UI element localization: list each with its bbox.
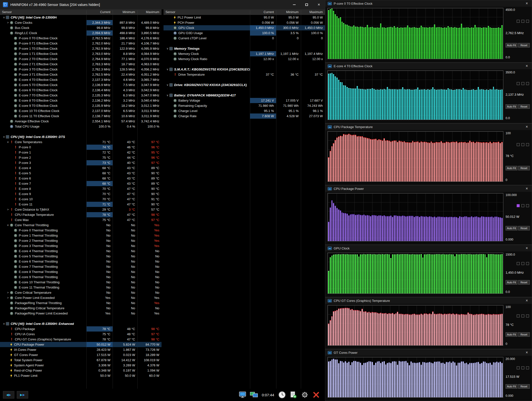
sensor-row[interactable]: !P-core 275 °C44 °C96 °C [0,155,162,160]
sensor-row[interactable]: P-core 2 T0 Effective Clock2,764.9 MHz77… [0,56,162,62]
sensor-row[interactable]: !CPU GT Cores (Graphics) Temperature78 °… [0,337,162,342]
sensor-group-row[interactable]: ∨Battery: DYNAPACK HB6683Q2EEW-41T [164,93,325,98]
minimize-button[interactable] [288,0,300,9]
sensor-row[interactable]: E-core 10 T0 Effective Clock2,137.0 MHz6… [0,108,162,113]
close-icon[interactable]: × [524,350,529,355]
nav-forward-all-button[interactable]: ▶▶ [17,391,28,399]
sensor-row[interactable]: !E-core 668 °C43 °C89 °C [0,176,162,181]
sensor-row[interactable]: !E-core 768 °C43 °C89 °C [0,181,162,186]
sensor-group-row[interactable]: ∨CPU [#0]: Intel Core i5-13500H: DTS [0,134,162,139]
sensor-group-row[interactable]: ∨S.M.A.R.T.: KBG50ZNV1T02 KIOXIA (234C82… [164,67,325,72]
auto-fit-button[interactable]: Auto Fit [506,332,517,337]
expand-arrow[interactable]: ∨ [165,46,169,51]
close-icon[interactable]: × [524,64,529,68]
sensor-row[interactable]: E-core 9 Thermal ThrottlingNoNoNo [0,274,162,280]
sensor-row[interactable]: E-core 7 Thermal ThrottlingNoNoNo [0,264,162,269]
sensor-row[interactable]: E-core 5 T0 Effective Clock2,136.9 MHz7.… [0,82,162,88]
graph-option-checkbox[interactable] [526,314,529,317]
nav-back-forward-button[interactable]: ◀▶ [3,391,14,399]
graph-option-checkbox[interactable] [517,20,520,23]
sensor-row[interactable]: Average Effective Clock2,554.1 MHz57.4 M… [0,119,162,124]
sensor-row[interactable]: GPU Clock1,450.0 MHz300.0 MHz1,450.0 MHz [164,25,325,30]
sensor-row[interactable]: E-core 11 T0 Effective Clock2,138.7 MHz1… [0,113,162,119]
expand-arrow[interactable]: ∨ [6,139,10,145]
expand-arrow[interactable]: > [6,295,10,300]
column-header-maximum[interactable]: Maximum [137,10,162,14]
sensor-row[interactable]: PL2 Power Limit95.0 W95.0 W95.0 W [164,15,325,20]
sensor-group-row[interactable]: ∨CPU [#0]: Intel Core i5-13500H [0,15,162,20]
sensor-row[interactable]: >Core Power Limit ExceededYesNoYes [0,295,162,300]
sensor-row[interactable]: Battery Voltage17.241 V17.005 V17.687 V [164,98,325,103]
sensor-row[interactable]: !E-core 1171 °C47 °C90 °C [0,202,162,207]
sensor-row[interactable]: P-core 1 Thermal ThrottlingNoNoYes [0,233,162,238]
graph-option-checkbox[interactable] [517,314,520,317]
graph-option-checkbox[interactable] [521,20,524,23]
sensor-row[interactable]: E-core 4 Thermal ThrottlingNoNoNo [0,248,162,254]
expand-arrow[interactable]: ∨ [165,93,169,98]
sensor-row[interactable]: Memory Clock Ratio12.00 x12.00 x12.00 x [164,56,325,62]
column-header-current[interactable]: Current [86,10,113,14]
sensor-row[interactable]: Rest-of-Chip Power0.348 W0.197 W1.094 W [0,368,162,373]
auto-fit-button[interactable]: Auto Fit [506,226,517,230]
exit-icon[interactable] [312,390,321,399]
reset-button[interactable]: Reset [518,332,530,337]
sensor-row[interactable]: P-core 2 T1 Effective Clock2,763.3 MHz18… [0,62,162,67]
auto-fit-button[interactable]: Auto Fit [506,166,517,170]
sensor-row[interactable]: E-core 7 T0 Effective Clock2,135.3 MHz6.… [0,93,162,98]
graph-option-checkbox[interactable] [517,143,520,146]
graph-option-checkbox[interactable] [526,20,529,23]
sensor-row[interactable]: E-core 8 T0 Effective Clock2,136.2 MHz3.… [0,98,162,103]
sensor-row[interactable]: !E-core 970 °C47 °C90 °C [0,191,162,197]
graph-option-checkbox[interactable] [517,82,520,85]
sensor-row[interactable]: Total CPU Usage100.0 %0.4 %100.0 % [0,124,162,129]
graph-option-checkbox[interactable] [521,82,524,85]
column-header-sensor[interactable]: Sensor [0,10,86,14]
sensor-row[interactable]: Current cTDP Level000 [164,36,325,41]
sensor-row[interactable]: GT Cores Power17.515 W0.023 W18.289 W [0,352,162,357]
sensor-row[interactable]: !E-core 568 °C43 °C90 °C [0,171,162,176]
sensor-row[interactable]: >!Core Distance to TjMAX29 °C3 °C57 °C [0,207,162,212]
settings-gear-icon[interactable] [300,390,309,399]
expand-arrow[interactable]: > [6,207,10,212]
sensor-row[interactable]: !CPU IA Cores75 °C48 °C97 °C [0,332,162,337]
remote-monitors-icon[interactable] [249,390,258,399]
close-icon[interactable]: × [524,1,529,6]
expand-arrow[interactable]: ∨ [6,223,10,228]
graph-option-checkbox[interactable] [526,143,529,146]
sensor-row[interactable]: GPU D3D Usage100.0 %3.5 %100.0 % [164,30,325,36]
sensor-row[interactable]: E-core 9 T0 Effective Clock2,135.9 MHz18… [0,103,162,108]
expand-arrow[interactable]: ∨ [2,321,6,326]
column-header-current[interactable]: Current [250,10,276,14]
sensor-row[interactable]: P-core 3 T1 Effective Clock2,762.5 MHz22… [0,72,162,77]
reset-button[interactable]: Reset [518,166,530,170]
expand-arrow[interactable]: ∨ [165,82,169,88]
reset-button[interactable]: Reset [518,280,530,285]
sensor-row[interactable]: !Drive Temperature37 °C36 °C37 °C [164,72,325,77]
sensor-row[interactable]: P-core 2 Thermal ThrottlingNoNoYes [0,238,162,243]
graph-option-checkbox[interactable] [526,262,529,265]
expand-arrow[interactable]: ∨ [165,67,169,72]
sensor-row[interactable]: IA Cores Power28.423 W1.867 W73.726 W [0,347,162,352]
sensor-row[interactable]: P-core 0 Thermal ThrottlingNoNoYes [0,228,162,233]
sensor-row[interactable]: >Core Clocks2,344.3 MHz897.8 MHz4,489.0 … [0,20,162,25]
column-header-maximum[interactable]: Maximum [301,10,325,14]
sensor-group-row[interactable]: ∨Memory Timings [164,46,325,51]
sensor-row[interactable]: Total System Power67.878 W14.412 W108.01… [0,357,162,363]
report-icon[interactable] [289,390,298,399]
sensor-row[interactable]: System Agent Power3.306 W3.269 W4.376 W [0,363,162,368]
sensor-row[interactable]: !P-core 074 °C46 °C96 °C [0,145,162,150]
close-icon[interactable]: × [524,246,529,250]
sensor-row[interactable]: PL1 Power Limit50.0 W50.0 W60.0 W [0,373,162,378]
reset-button[interactable]: Reset [518,104,530,109]
column-header-minimum[interactable]: Minimum [276,10,301,14]
sensor-row[interactable]: Remaining Capacity71.980 Wh71.980 Wh74.2… [164,103,325,108]
graph-option-checkbox[interactable] [521,314,524,317]
sensor-row[interactable]: CPU Package Power50.012 W5.824 W84.770 W [0,342,162,347]
sensor-row[interactable]: Package/Ring Critical TemperatureNoNoNo [0,306,162,311]
maximize-button[interactable] [300,0,313,9]
sensor-row[interactable]: >Core Critical TemperatureNoNoNo [0,290,162,295]
sensor-row[interactable]: P-core 3 Thermal ThrottlingNoNoYes [0,243,162,248]
sensor-row[interactable]: P-core 1 T1 Effective Clock2,763.0 MHz8.… [0,51,162,56]
auto-fit-button[interactable]: Auto Fit [506,104,517,109]
clock-icon[interactable] [278,390,286,399]
